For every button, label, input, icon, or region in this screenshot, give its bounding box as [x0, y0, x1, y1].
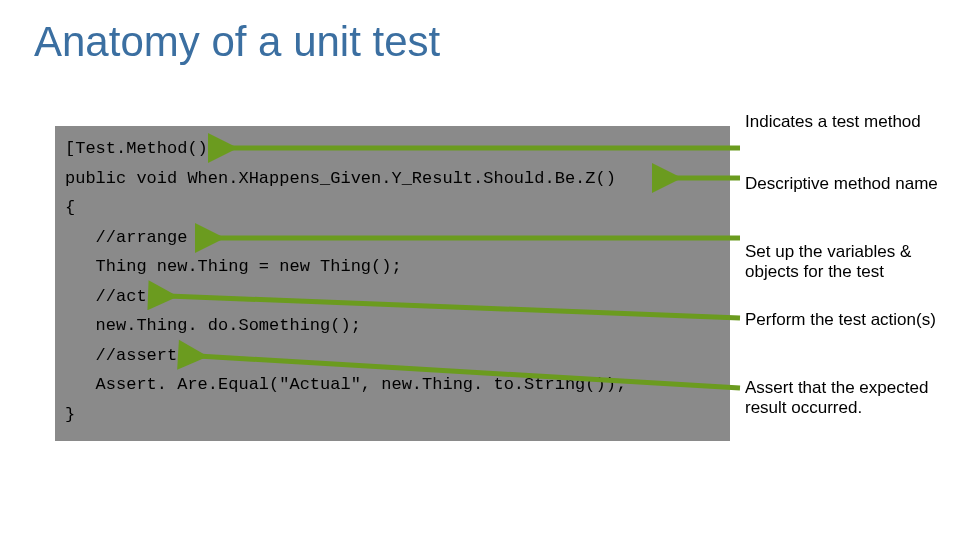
code-block: [Test.Method()] public void When.XHappen…: [55, 126, 730, 441]
code-line-2: public void When.XHappens_Given.Y_Result…: [65, 164, 720, 194]
slide-title: Anatomy of a unit test: [34, 18, 440, 66]
code-line-10: }: [65, 400, 720, 430]
code-line-4: //arrange: [65, 223, 720, 253]
code-line-8: //assert: [65, 341, 720, 371]
code-line-5: Thing new.Thing = new Thing();: [65, 252, 720, 282]
code-line-3: {: [65, 193, 720, 223]
code-line-1: [Test.Method()]: [65, 134, 720, 164]
annotation-method-name: Descriptive method name: [745, 174, 938, 194]
annotation-test-method: Indicates a test method: [745, 112, 921, 132]
code-line-6: //act: [65, 282, 720, 312]
code-line-9: Assert. Are.Equal("Actual", new.Thing. t…: [65, 370, 720, 400]
annotation-act: Perform the test action(s): [745, 310, 936, 330]
code-line-7: new.Thing. do.Something();: [65, 311, 720, 341]
annotation-assert: Assert that the expected result occurred…: [745, 378, 950, 418]
annotation-arrange: Set up the variables & objects for the t…: [745, 242, 950, 282]
